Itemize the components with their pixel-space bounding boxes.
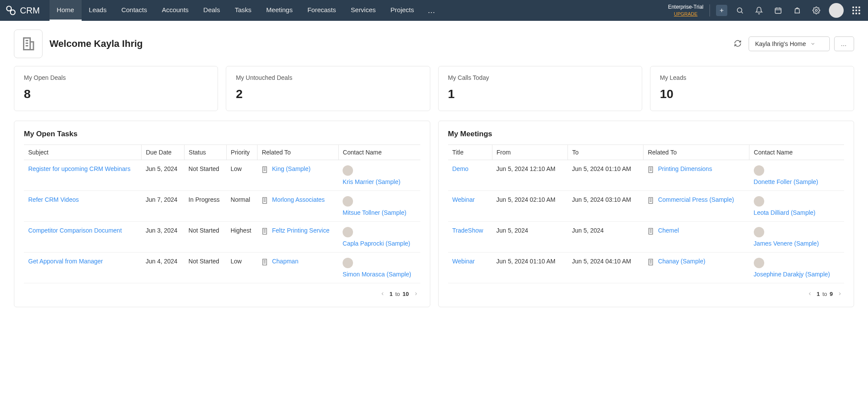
kpi-untouched-deals[interactable]: My Untouched Deals 2: [226, 66, 430, 111]
svg-point-4: [815, 10, 818, 12]
meeting-title-link[interactable]: Webinar: [452, 196, 475, 203]
task-subject-link[interactable]: Refer CRM Videos: [28, 196, 79, 203]
panels-row: My Open Tasks Subject Due Date Status Pr…: [0, 121, 868, 318]
more-actions-button[interactable]: …: [834, 36, 854, 51]
meeting-related-link[interactable]: Printing Dimensions: [658, 165, 712, 172]
calendar-button[interactable]: [772, 4, 785, 17]
panel-title: My Open Tasks: [24, 130, 420, 138]
welcome-actions: Kayla Ihrig's Home …: [731, 36, 854, 51]
chevron-left-icon: [807, 291, 812, 296]
pager-end: 10: [403, 291, 409, 297]
task-related-link[interactable]: Feltz Printing Service: [272, 227, 329, 234]
meeting-contact-link[interactable]: James Venere (Sample): [754, 240, 840, 247]
meeting-contact-link[interactable]: Josephine Darakjy (Sample): [754, 271, 840, 278]
pager-prev-button[interactable]: [805, 289, 814, 298]
apps-button[interactable]: [850, 4, 863, 17]
pager-mid: to: [822, 291, 827, 297]
contact-avatar: [754, 258, 764, 268]
task-related-link[interactable]: Chapman: [272, 258, 298, 265]
col-title[interactable]: Title: [448, 145, 492, 160]
account-icon: [261, 197, 269, 204]
nav-item-tasks[interactable]: Tasks: [228, 0, 259, 21]
task-due: Jun 5, 2024: [141, 160, 184, 191]
nav-item-services[interactable]: Services: [343, 0, 383, 21]
kpi-value: 2: [236, 87, 420, 101]
svg-rect-6: [30, 42, 34, 50]
nav-item-home[interactable]: Home: [50, 0, 82, 21]
col-contact-name[interactable]: Contact Name: [749, 145, 844, 160]
home-view-label: Kayla Ihrig's Home: [755, 40, 806, 47]
meeting-to: Jun 5, 2024 03:10 AM: [568, 191, 643, 222]
meeting-related-link[interactable]: Chemel: [658, 227, 679, 234]
task-subject-link[interactable]: Register for upcoming CRM Webinars: [28, 165, 131, 172]
chevron-left-icon: [380, 291, 385, 296]
task-contact-link[interactable]: Simon Morasca (Sample): [343, 271, 416, 278]
nav-item-leads[interactable]: Leads: [82, 0, 114, 21]
contact-avatar: [343, 227, 353, 237]
task-priority: Low: [226, 160, 257, 191]
col-priority[interactable]: Priority: [226, 145, 257, 160]
settings-button[interactable]: [810, 4, 823, 17]
meeting-related-link[interactable]: Commercial Press (Sample): [658, 196, 734, 203]
meeting-title-link[interactable]: TradeShow: [452, 227, 483, 234]
col-due-date[interactable]: Due Date: [141, 145, 184, 160]
refresh-button[interactable]: [731, 37, 744, 51]
pager-next-button[interactable]: [835, 289, 844, 298]
task-related-link[interactable]: Morlong Associates: [272, 196, 324, 203]
marketplace-button[interactable]: [791, 4, 804, 17]
upgrade-link[interactable]: UPGRADE: [668, 11, 703, 17]
task-related-link[interactable]: King (Sample): [272, 165, 310, 172]
col-subject[interactable]: Subject: [24, 145, 141, 160]
table-row: Register for upcoming CRM WebinarsJun 5,…: [24, 160, 420, 191]
pager-mid: to: [395, 291, 400, 297]
tasks-pager: 1 to 10: [24, 289, 420, 298]
kpi-calls-today[interactable]: My Calls Today 1: [438, 66, 642, 111]
brand[interactable]: CRM: [5, 5, 40, 16]
meeting-title-link[interactable]: Webinar: [452, 258, 475, 265]
building-icon: [20, 36, 36, 52]
welcome-bar: Welcome Kayla Ihrig Kayla Ihrig's Home …: [0, 21, 868, 66]
task-priority: Low: [226, 253, 257, 283]
task-due: Jun 7, 2024: [141, 191, 184, 222]
kpi-open-deals[interactable]: My Open Deals 8: [14, 66, 218, 111]
task-subject-link[interactable]: Get Apporval from Manager: [28, 258, 103, 265]
col-related-to[interactable]: Related To: [643, 145, 749, 160]
task-status: In Progress: [184, 191, 226, 222]
pager-next-button[interactable]: [412, 289, 420, 298]
meeting-related-link[interactable]: Chanay (Sample): [658, 258, 705, 265]
user-avatar[interactable]: [829, 3, 844, 18]
pager-prev-button[interactable]: [378, 289, 387, 298]
nav-item-contacts[interactable]: Contacts: [114, 0, 154, 21]
task-contact-link[interactable]: Mitsue Tollner (Sample): [343, 209, 416, 216]
nav-item-deals[interactable]: Deals: [196, 0, 227, 21]
meeting-contact-link[interactable]: Donette Foller (Sample): [754, 178, 840, 185]
account-icon: [261, 258, 269, 266]
col-to[interactable]: To: [568, 145, 643, 160]
col-from[interactable]: From: [492, 145, 568, 160]
meeting-title-link[interactable]: Demo: [452, 165, 469, 172]
task-subject-link[interactable]: Competitor Comparison Document: [28, 227, 122, 234]
account-icon: [647, 227, 655, 235]
kpi-label: My Open Deals: [24, 74, 208, 81]
calendar-icon: [774, 7, 782, 14]
col-contact-name[interactable]: Contact Name: [338, 145, 420, 160]
nav-item-meetings[interactable]: Meetings: [259, 0, 300, 21]
notifications-button[interactable]: [752, 4, 766, 17]
kpi-my-leads[interactable]: My Leads 10: [650, 66, 854, 111]
task-contact-link[interactable]: Capla Paprocki (Sample): [343, 240, 416, 247]
kpi-value: 8: [24, 87, 208, 101]
meeting-contact-link[interactable]: Leota Dilliard (Sample): [754, 209, 840, 216]
nav-item-accounts[interactable]: Accounts: [155, 0, 196, 21]
home-view-select[interactable]: Kayla Ihrig's Home: [749, 36, 830, 51]
table-row: Competitor Comparison DocumentJun 3, 202…: [24, 222, 420, 253]
task-contact-link[interactable]: Kris Marrier (Sample): [343, 178, 416, 185]
create-button[interactable]: [716, 5, 727, 16]
table-row: Get Apporval from ManagerJun 4, 2024Not …: [24, 253, 420, 283]
nav-more-icon[interactable]: …: [422, 0, 442, 21]
nav-item-forecasts[interactable]: Forecasts: [300, 0, 343, 21]
table-header-row: Title From To Related To Contact Name: [448, 145, 845, 160]
col-related-to[interactable]: Related To: [257, 145, 338, 160]
col-status[interactable]: Status: [184, 145, 226, 160]
search-button[interactable]: [733, 4, 746, 17]
nav-item-projects[interactable]: Projects: [383, 0, 421, 21]
